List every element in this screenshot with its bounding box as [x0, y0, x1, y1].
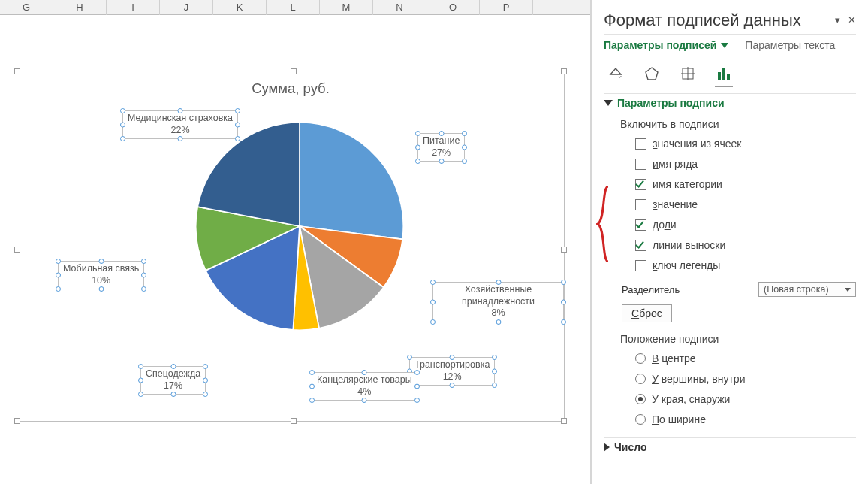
- radio-inside-end[interactable]: У вершины, внутри: [635, 370, 856, 388]
- label-handle[interactable]: [203, 392, 208, 397]
- label-handle[interactable]: [120, 136, 125, 141]
- pie-slice[interactable]: [300, 123, 403, 240]
- label-handle[interactable]: [235, 123, 240, 128]
- section-number[interactable]: Число: [604, 437, 856, 456]
- label-handle[interactable]: [450, 383, 455, 388]
- label-handle[interactable]: [439, 131, 444, 136]
- label-handle[interactable]: [414, 370, 420, 375]
- label-handle[interactable]: [430, 280, 436, 285]
- label-handle[interactable]: [235, 108, 240, 113]
- label-handle[interactable]: [414, 384, 420, 389]
- label-handle[interactable]: [462, 131, 467, 136]
- data-label[interactable]: Канцелярские товары 4%: [312, 372, 417, 401]
- tab-label-options[interactable]: Параметры подписей: [604, 39, 716, 51]
- label-handle[interactable]: [141, 259, 146, 264]
- selection-handle[interactable]: [561, 418, 567, 424]
- label-handle[interactable]: [496, 319, 501, 325]
- selection-handle[interactable]: [14, 68, 20, 74]
- label-handle[interactable]: [120, 123, 125, 128]
- check-value[interactable]: значение: [635, 195, 856, 213]
- chart-title[interactable]: Сумма, руб.: [252, 80, 330, 97]
- label-handle[interactable]: [415, 159, 420, 164]
- label-handle[interactable]: [309, 398, 315, 403]
- label-handle[interactable]: [309, 384, 315, 389]
- selection-handle[interactable]: [561, 247, 567, 253]
- label-handle[interactable]: [414, 398, 420, 403]
- checkbox[interactable]: [635, 159, 646, 170]
- label-handle[interactable]: [450, 355, 455, 360]
- label-handle[interactable]: [56, 273, 61, 278]
- data-label[interactable]: Транспортировка 12%: [409, 357, 495, 386]
- check-leader-lines[interactable]: линии выноски: [635, 236, 856, 254]
- selection-handle[interactable]: [14, 247, 20, 253]
- label-handle[interactable]: [178, 136, 183, 141]
- label-handle[interactable]: [415, 131, 420, 136]
- label-handle[interactable]: [98, 286, 104, 292]
- radio[interactable]: [635, 374, 646, 384]
- close-icon[interactable]: ✕: [848, 14, 856, 26]
- label-handle[interactable]: [141, 286, 146, 292]
- column-header[interactable]: K: [213, 0, 267, 15]
- label-handle[interactable]: [203, 364, 208, 369]
- label-handle[interactable]: [98, 259, 104, 264]
- data-label[interactable]: Спецодежда 17%: [140, 366, 206, 395]
- check-series-name[interactable]: имя ряда: [635, 155, 856, 173]
- label-handle[interactable]: [430, 299, 436, 304]
- label-handle[interactable]: [561, 319, 566, 325]
- selection-handle[interactable]: [291, 418, 297, 424]
- section-label-params[interactable]: Параметры подписи: [604, 93, 856, 112]
- data-label[interactable]: Мобильная связь 10%: [58, 261, 144, 289]
- label-handle[interactable]: [138, 378, 143, 383]
- label-handle[interactable]: [309, 370, 315, 375]
- radio-outside-end[interactable]: У края, снаружи: [635, 390, 856, 408]
- column-header[interactable]: N: [373, 0, 426, 15]
- selection-handle[interactable]: [291, 68, 297, 74]
- label-handle[interactable]: [492, 369, 497, 374]
- checkbox[interactable]: [635, 219, 646, 231]
- column-header[interactable]: H: [53, 0, 107, 15]
- fill-line-icon[interactable]: [605, 63, 626, 84]
- label-handle[interactable]: [56, 259, 61, 264]
- pane-menu-arrow-icon[interactable]: ▾: [835, 14, 840, 26]
- checkbox[interactable]: [635, 179, 646, 190]
- label-handle[interactable]: [170, 392, 176, 397]
- effects-icon[interactable]: [641, 63, 662, 84]
- separator-dropdown[interactable]: (Новая строка): [758, 282, 856, 297]
- radio[interactable]: [635, 353, 646, 364]
- dropdown-arrow-icon[interactable]: [721, 43, 728, 48]
- column-header[interactable]: L: [267, 0, 320, 15]
- label-handle[interactable]: [561, 299, 566, 304]
- check-percent[interactable]: доли: [635, 216, 856, 234]
- checkbox[interactable]: [635, 240, 646, 251]
- column-header[interactable]: P: [480, 0, 533, 15]
- label-handle[interactable]: [462, 145, 467, 150]
- label-handle[interactable]: [362, 398, 367, 403]
- label-handle[interactable]: [141, 273, 146, 278]
- check-category-name[interactable]: имя категории: [635, 175, 856, 193]
- label-handle[interactable]: [407, 355, 412, 360]
- data-label[interactable]: Хозяйственные принадлежности 8%: [432, 282, 564, 322]
- checkbox[interactable]: [635, 138, 646, 150]
- label-handle[interactable]: [492, 355, 497, 360]
- label-handle[interactable]: [120, 108, 125, 113]
- check-values-from-cells[interactable]: значения из ячеек: [635, 135, 856, 153]
- column-header[interactable]: M: [320, 0, 373, 15]
- selection-handle[interactable]: [561, 68, 567, 74]
- label-handle[interactable]: [138, 392, 143, 397]
- label-handle[interactable]: [561, 280, 566, 285]
- radio-best-fit[interactable]: По ширине: [635, 410, 856, 428]
- label-handle[interactable]: [462, 159, 467, 164]
- worksheet-area[interactable]: GHIJKLMNOP Сумма, руб. Питание 27% Хозяй…: [0, 0, 590, 484]
- label-handle[interactable]: [56, 286, 61, 292]
- label-handle[interactable]: [439, 159, 444, 164]
- selection-handle[interactable]: [14, 418, 20, 424]
- column-header[interactable]: I: [107, 0, 160, 15]
- label-handle[interactable]: [415, 145, 420, 150]
- radio[interactable]: [635, 414, 646, 425]
- label-handle[interactable]: [362, 370, 367, 375]
- data-label[interactable]: Медицинская страховка 22%: [122, 110, 238, 139]
- chart-object[interactable]: Сумма, руб. Питание 27% Хозяйственные пр…: [17, 71, 565, 422]
- tab-text-options[interactable]: Параметры текста: [745, 39, 835, 51]
- label-handle[interactable]: [496, 280, 501, 285]
- label-handle[interactable]: [170, 364, 176, 369]
